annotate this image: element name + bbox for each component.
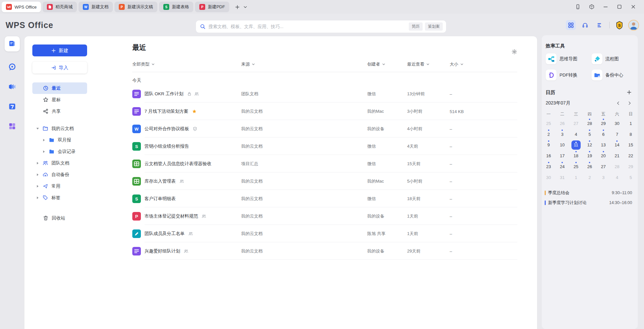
calendar-day[interactable]: 3 [556,129,569,140]
calendar-day[interactable]: 1 [569,172,583,183]
user-avatar[interactable] [628,20,639,31]
calendar-day[interactable]: 4 [610,172,624,183]
calendar-event[interactable]: 季度总结会9:30–11:00 [542,188,638,198]
filter-2[interactable]: 来源 [241,61,255,67]
calendar-day[interactable]: 15 [624,140,638,151]
calendar-day[interactable]: 14 [610,140,624,151]
file-row[interactable]: 团队成员及分工名单我的云文档陈旭 共享1天前– [132,225,517,242]
caret-down-icon[interactable] [35,126,40,131]
tab-home[interactable]: WPS Office [2,2,41,12]
new-tab-button[interactable] [234,3,241,11]
prev-month-button[interactable] [616,101,621,105]
calendar-day[interactable]: 17 [556,150,569,161]
sidebar-item-0[interactable]: 最近 [32,82,87,94]
member-badge-icon[interactable]: S [615,21,624,30]
calendar-day[interactable]: 25 [569,161,583,172]
calendar-day[interactable]: 6 [596,129,610,140]
file-row[interactable]: 团队 OKR 工作计划团队文档微信13分钟前– [132,85,517,103]
sidebar-tree-item-5[interactable]: 常用 [32,180,87,192]
mobile-button[interactable] [575,4,581,10]
calendar-day[interactable]: 1 [624,118,638,129]
calendar-day[interactable]: 9 [542,140,556,151]
file-row[interactable]: 7 月线下活动策划方案我的云文档我的Mac3小时前514 KB [132,103,517,120]
sidebar-tree-item-4[interactable]: 自动备份 [32,169,87,180]
sidebar-tree-item-6[interactable]: 标签 [32,192,87,203]
calendar-day[interactable]: 12 [583,140,597,151]
search-input[interactable] [209,24,409,29]
filter-5[interactable]: 大小 [450,61,464,67]
tool-pdf-convert[interactable]: PDF转换 [546,70,592,80]
calendar-day[interactable]: 7 [610,129,624,140]
calendar-day[interactable]: 10 [556,140,569,151]
close-button[interactable] [630,4,636,10]
sidebar-tree-item-3[interactable]: 团队文档 [32,157,87,169]
tab-list-dropdown[interactable] [242,3,249,11]
sidebar-item-2[interactable]: 共享 [32,105,87,117]
calendar-day[interactable]: 5 [583,129,597,140]
sidebar-tree-item-2[interactable]: 会议记录 [32,146,87,157]
search-hot-tag[interactable]: 策划案 [425,22,443,31]
file-row[interactable]: P市场主体登记提交材料规范我的云文档我的设备1天前– [132,207,517,225]
documents-rail-item[interactable] [5,36,20,51]
file-row[interactable]: 云文档管人员信息统计表理器验收项目汇总微信15天前– [132,155,517,172]
tab-document-1[interactable]: 稻壳商城 [43,2,77,12]
sidebar-tree-item-0[interactable]: 我的云文档 [32,123,87,134]
calendar-day[interactable]: 22 [624,150,638,161]
caret-right-icon[interactable] [35,161,40,165]
minimize-button[interactable] [602,4,608,10]
calendar-day[interactable]: 25 [542,118,556,129]
file-row[interactable]: S营销小组业绩分析报告我的云文档微信4天前– [132,137,517,155]
tool-backup-center[interactable]: 备份中心 [592,70,634,80]
sidebar-item-trash[interactable]: 回收站 [32,212,87,224]
new-document-button[interactable]: 新建 [32,45,87,56]
caret-right-icon[interactable] [35,172,40,177]
maximize-button[interactable] [616,4,622,10]
chat-rail-item[interactable] [8,63,16,71]
filter-3[interactable]: 创建者 [367,61,386,67]
add-event-button[interactable] [626,90,632,96]
tab-document-3[interactable]: P新建演示文稿 [114,2,157,12]
calendar-day[interactable]: 20 [596,150,610,161]
calendar-day[interactable]: 31 [556,172,569,183]
caret-right-icon[interactable] [35,195,40,200]
tab-document-4[interactable]: S新建表格 [159,2,193,12]
import-button[interactable]: 导入 [32,62,87,74]
calendar-day[interactable]: 11 [569,140,583,151]
calendar-day[interactable]: 27 [569,118,583,129]
caret-right-icon[interactable] [42,149,46,154]
tab-document-2[interactable]: W新建文档 [79,2,113,12]
apps-grid-button[interactable] [566,20,576,30]
filter-4[interactable]: 最近查看 [407,61,430,67]
calendar-rail-item[interactable] [8,102,16,111]
calendar-day[interactable]: 26 [556,118,569,129]
calendar-day[interactable]: 2 [542,129,556,140]
calendar-event[interactable]: 新季度学习计划讨论14:30–16:00 [542,198,638,208]
file-row[interactable]: S客户订单明细表我的云文档微信18天前– [132,190,517,207]
calendar-day[interactable]: 30 [610,118,624,129]
next-month-button[interactable] [627,101,632,105]
file-row[interactable]: 兴趣爱好组队计划我的云文档我的设备29天前– [132,242,517,260]
calendar-day[interactable]: 16 [542,150,556,161]
file-row[interactable]: 库存出入管理表我的云文档我的Mac5小时前– [132,172,517,190]
calendar-day[interactable]: 29 [624,161,638,172]
sidebar-item-1[interactable]: 星标 [32,94,87,105]
file-row[interactable]: W公司对外合作协议模板我的云文档我的设备4小时前– [132,120,517,137]
calendar-day[interactable]: 24 [556,161,569,172]
support-headset-button[interactable] [580,20,590,30]
caret-right-icon[interactable] [42,138,46,142]
calendar-day[interactable]: 5 [624,172,638,183]
tab-document-5[interactable]: P新建PDF [195,2,229,12]
sidebar-tree-item-1[interactable]: 双月报 [32,134,87,146]
calendar-day[interactable]: 30 [542,172,556,183]
calendar-day[interactable]: 2 [583,172,597,183]
calendar-day[interactable]: 8 [624,129,638,140]
menu-lines-button[interactable] [594,20,604,30]
filter-1[interactable]: 全部类型 [132,61,155,67]
search-hot-tag[interactable]: 简历 [409,22,423,31]
calendar-day[interactable]: 3 [596,172,610,183]
calendar-day[interactable]: 19 [583,150,597,161]
calendar-day[interactable]: 21 [610,150,624,161]
tool-mindmap[interactable]: 思维导图 [546,53,592,64]
caret-right-icon[interactable] [35,184,40,189]
calendar-day[interactable]: 26 [583,161,597,172]
